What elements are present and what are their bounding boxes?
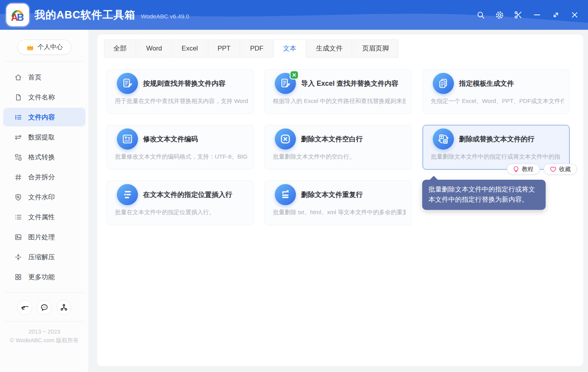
- tab-all[interactable]: 全部: [104, 40, 136, 58]
- card-insert-line-at-position[interactable]: 在文本文件的指定位置插入行 批量在文本文件中的指定位置插入行。: [107, 181, 254, 225]
- sidebar-item-watermark[interactable]: 文件水印: [3, 188, 85, 206]
- sidebar-item-label: 合并拆分: [28, 173, 55, 182]
- sidebar-item-label: 数据提取: [28, 133, 55, 142]
- sidebar-item-file-properties[interactable]: 文件属性: [3, 208, 85, 226]
- card-title: 在文本文件的指定位置插入行: [143, 190, 232, 199]
- tab-ppt[interactable]: PPT: [208, 40, 240, 58]
- browser-icon: e: [20, 303, 29, 312]
- sidebar-item-more-features[interactable]: 更多功能: [3, 267, 85, 286]
- personal-center-label: 个人中心: [38, 43, 63, 51]
- card-desc: 批量删除文本文件中的指定行或将文本文件中的指: [431, 153, 564, 161]
- card-change-encoding[interactable]: 修改文本文件编码 批量修改文本文件的编码格式，支持：UTF-8、BIG5: [107, 125, 254, 170]
- share-link-button[interactable]: [56, 300, 71, 315]
- close-icon: [570, 11, 579, 19]
- card-title: 删除或替换文本文件的行: [459, 134, 535, 144]
- card-title: 指定模板生成文件: [459, 79, 514, 88]
- card-template-generate[interactable]: 指定模板生成文件 先指定一个 Excel、Word、PPT、PDF或文本文件作: [423, 69, 570, 114]
- resize-icon: [552, 11, 560, 19]
- watermark-icon: [14, 193, 22, 201]
- home-icon: [14, 73, 22, 81]
- sidebar-item-label: 更多功能: [28, 273, 55, 282]
- tab-word[interactable]: Word: [137, 40, 171, 58]
- tutorial-label: 教程: [522, 166, 534, 173]
- chat-link-button[interactable]: [37, 300, 52, 315]
- file-content-icon: [14, 113, 22, 121]
- sidebar-item-merge-split[interactable]: 合并拆分: [3, 168, 85, 186]
- card-title: 删除文本文件重复行: [301, 190, 363, 199]
- card-title: 导入 Excel 查找并替换文件内容: [301, 79, 398, 88]
- sidebar-item-data-extract[interactable]: 数据提取: [3, 128, 85, 146]
- titlebar-actions: [471, 0, 584, 30]
- sync-lines-icon: [433, 128, 454, 150]
- chat-icon: [40, 303, 49, 312]
- browser-link-button[interactable]: e: [17, 300, 32, 315]
- app-logo: A B: [6, 4, 29, 26]
- sidebar-item-file-content[interactable]: 文件内容: [3, 108, 85, 126]
- file-properties-icon: [14, 213, 22, 221]
- favorite-button[interactable]: 收藏: [544, 164, 577, 175]
- scissors-button[interactable]: [509, 0, 528, 30]
- card-import-excel-find-replace[interactable]: 导入 Excel 查找并替换文件内容 根据导入的 Excel 中的文件路径和查找…: [265, 69, 412, 114]
- tutorial-button[interactable]: 教程: [507, 164, 540, 175]
- sidebar-item-file-name[interactable]: 文件名称: [3, 88, 85, 107]
- favorite-label: 收藏: [559, 166, 571, 173]
- personal-center-button[interactable]: 个人中心: [17, 40, 71, 55]
- sidebar-item-compress[interactable]: 压缩解压: [3, 247, 85, 266]
- format-convert-icon: [14, 153, 22, 161]
- tab-pdf[interactable]: PDF: [241, 40, 273, 58]
- tab-generate-file[interactable]: 生成文件: [307, 40, 352, 58]
- share-network-icon: [60, 303, 68, 312]
- search-button[interactable]: [471, 0, 490, 30]
- card-desc: 批量在文本文件中的指定位置插入行。: [115, 209, 248, 216]
- card-find-replace-by-rule[interactable]: 按规则查找并替换文件内容 用于批量在文件中查找并替换相关内容，支持 Word: [107, 69, 254, 114]
- card-desc: 批量删除 txt、html、xml 等文本文件中的多余的重复: [273, 209, 406, 216]
- sidebar-item-label: 首页: [28, 73, 42, 82]
- card-delete-replace-lines[interactable]: 删除或替换文本文件的行 批量删除文本文件中的指定行或将文本文件中的指 教程 收藏: [423, 125, 570, 170]
- titlebar: A B 我的ABC软件工具箱 WodeABC v6.49.0: [0, 0, 588, 30]
- card-title: 按规则查找并替换文件内容: [143, 79, 225, 88]
- maximize-button[interactable]: [546, 0, 565, 30]
- tab-header-footer[interactable]: 页眉页脚: [353, 40, 398, 58]
- card-tooltip: 批量删除文本文件中的指定行或将文本文件中的指定行替换为新内容。: [422, 180, 546, 210]
- sidebar-item-label: 图片处理: [28, 233, 55, 242]
- dedupe-lines-icon: [275, 184, 296, 205]
- footer-copyright: © WodeABC.com 版权所有: [0, 336, 89, 345]
- merge-split-icon: [14, 173, 22, 181]
- tab-text[interactable]: 文本: [274, 40, 306, 58]
- sidebar-item-label: 文件内容: [28, 113, 55, 122]
- sidebar-item-label: 压缩解压: [28, 253, 55, 262]
- card-desc: 根据导入的 Excel 中的文件路径和查找替换规则来批: [273, 98, 406, 105]
- data-extract-icon: [14, 133, 22, 141]
- card-delete-blank-lines[interactable]: 删除文本文件空白行 批量删除文本文件中的空白行。: [265, 125, 412, 170]
- tab-excel[interactable]: Excel: [172, 40, 207, 58]
- sidebar-nav: 首页 文件名称 文件内容 数据提取 格式转换 合并拆分: [0, 68, 89, 286]
- content-panel: 全部 Word Excel PPT PDF 文本 生成文件 页眉页脚 按规则查找…: [97, 34, 583, 366]
- minimize-icon: [533, 11, 541, 19]
- image-process-icon: [14, 233, 22, 241]
- doc-encoding-icon: [117, 128, 138, 150]
- sidebar-item-image-process[interactable]: 图片处理: [3, 228, 85, 246]
- settings-button[interactable]: [490, 0, 509, 30]
- scissors-icon: [514, 11, 523, 19]
- doc-stack-icon: [433, 73, 454, 94]
- file-name-icon: [14, 93, 22, 101]
- app-window: A B 我的ABC软件工具箱 WodeABC v6.49.0: [0, 0, 588, 372]
- sidebar-item-label: 文件属性: [28, 213, 55, 222]
- app-version: WodeABC v6.49.0: [141, 13, 189, 20]
- sidebar-item-format-convert[interactable]: 格式转换: [3, 148, 85, 166]
- close-button[interactable]: [565, 0, 584, 30]
- footer-years: 2013 ~ 2023: [0, 327, 89, 336]
- insert-line-icon: [117, 184, 138, 205]
- gear-icon: [495, 11, 504, 20]
- lightbulb-icon: [513, 166, 519, 173]
- sidebar-item-label: 文件水印: [28, 193, 55, 202]
- card-desc: 批量删除文本文件中的空白行。: [273, 153, 406, 161]
- sidebar-item-label: 格式转换: [28, 153, 55, 162]
- sidebar-item-label: 文件名称: [28, 93, 55, 102]
- card-delete-duplicate-lines[interactable]: 删除文本文件重复行 批量删除 txt、html、xml 等文本文件中的多余的重复: [265, 181, 412, 225]
- search-icon: [476, 11, 485, 19]
- sidebar-item-home[interactable]: 首页: [3, 68, 85, 87]
- sidebar: 个人中心 首页 文件名称 文件内容 数据提取 格式转换: [0, 30, 89, 372]
- minimize-button[interactable]: [528, 0, 546, 30]
- more-features-icon: [14, 273, 22, 281]
